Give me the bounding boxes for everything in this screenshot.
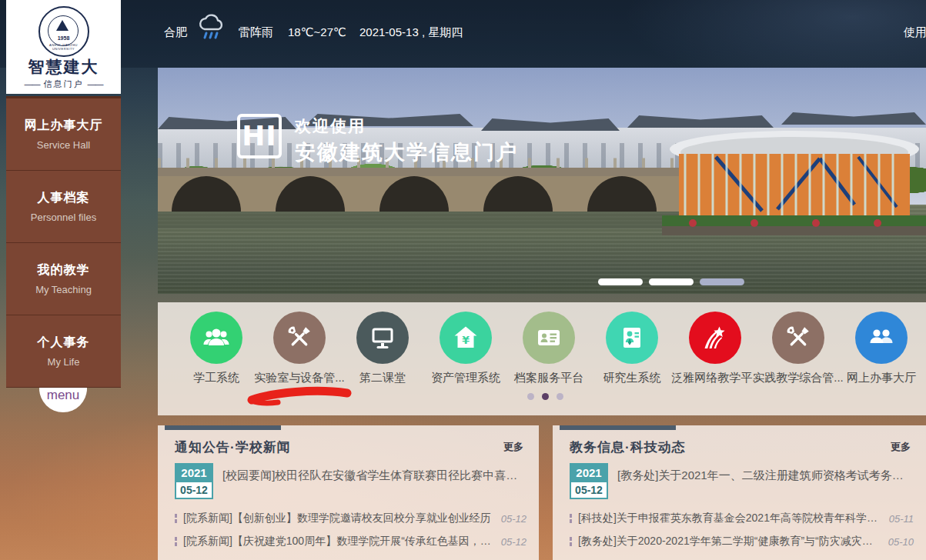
list-marker-icon — [570, 514, 572, 523]
sidebar-item-my-life[interactable]: 个人事务 My Life — [6, 315, 121, 388]
help-link[interactable]: 使用 — [904, 25, 926, 40]
date-label: 2021-05-13 , 星期四 — [359, 25, 463, 40]
news-date: 05-10 — [888, 536, 914, 548]
banner-roof — [481, 118, 620, 131]
news-text: [院系新闻]【创新创业】数理学院邀请校友回校分享就业创业经历 — [183, 512, 493, 525]
banner-welcome-line2: 安徽建筑大学信息门户 — [295, 138, 518, 166]
panel-accent-bar — [560, 425, 676, 430]
weather-label: 雷阵雨 — [239, 25, 273, 40]
sidebar-item-label: 我的教学 — [38, 262, 90, 278]
top-bar — [0, 0, 926, 68]
badge-year: 2021 — [570, 463, 608, 482]
city-label: 合肥 — [164, 25, 187, 40]
weather-rain-icon — [196, 12, 228, 45]
sidebar-item-label: 网上办事大厅 — [25, 118, 103, 134]
temperature-label: 18℃~27℃ — [288, 25, 346, 39]
panel-notices-news: 通知公告·学校新闻 更多 2021 05-12 [校园要闻]校田径队在安徽省学生… — [158, 425, 539, 560]
banner-round-building — [662, 118, 926, 242]
sidebar-item-sublabel: Personnel files — [31, 212, 96, 223]
banner-carousel[interactable]: HI 欢迎使用 安徽建筑大学信息门户 — [158, 68, 926, 294]
portal-title: 智慧建大 — [6, 58, 121, 75]
badge-year: 2021 — [175, 463, 213, 482]
news-text: [院系新闻]【庆祝建党100周年】数理学院开展“传承红色基因，喜迎百年... — [183, 535, 493, 548]
menu-button-label: menu — [39, 388, 87, 403]
banner-welcome-line1: 欢迎使用 — [295, 115, 366, 137]
sidebar-item-service-hall[interactable]: 网上办事大厅 Service Hall — [6, 96, 121, 171]
news-date: 05-11 — [889, 513, 914, 525]
carousel-indicator-1[interactable] — [598, 278, 643, 285]
news-list-item[interactable]: [院系新闻]【创新创业】数理学院邀请校友回校分享就业创业经历 05-12 — [175, 507, 527, 530]
news-date: 05-12 — [501, 536, 527, 548]
sidebar-item-personnel-files[interactable]: 人事档案 Personnel files — [6, 171, 121, 243]
page-dot-3[interactable] — [557, 393, 563, 400]
news-date: 05-12 — [501, 513, 527, 525]
news-text: [科技处]关于申报霍英东教育基金会2021年高等院校青年科学奖及教育教学.. — [578, 512, 881, 525]
app-shortcut-row: 学工系统 实验室与设备管... 第二课堂 ¥ 资产管理系统 档案服务平台 研究生… — [158, 302, 926, 415]
panel-title: 教务信息·科技动态 — [570, 438, 686, 456]
panel-title: 通知公告·学校新闻 — [175, 438, 291, 456]
sidebar: 网上办事大厅 Service Hall 人事档案 Personnel files… — [6, 96, 121, 388]
sidebar-item-label: 个人事务 — [38, 335, 90, 351]
portal-subtitle: —— 信息门户 —— — [6, 78, 121, 90]
featured-date-badge: 2021 05-12 — [570, 463, 608, 499]
more-link[interactable]: 更多 — [503, 440, 523, 454]
sidebar-item-my-teaching[interactable]: 我的教学 My Teaching — [6, 243, 121, 315]
news-list-item[interactable]: [教务处]关于2020-2021学年第二学期“健康教育”与“防灾减灾救灾教育..… — [570, 530, 914, 553]
list-marker-icon — [175, 537, 177, 546]
sidebar-item-sublabel: My Life — [48, 356, 80, 368]
carousel-indicator-3[interactable] — [700, 278, 744, 285]
badge-date: 05-12 — [175, 482, 213, 499]
panel-accent-bar — [165, 425, 281, 430]
page-dot-1[interactable] — [527, 393, 534, 400]
news-text: [教务处]关于2020-2021学年第二学期“健康教育”与“防灾减灾救灾教育..… — [578, 535, 881, 548]
featured-date-badge: 2021 05-12 — [175, 463, 213, 499]
news-list-item[interactable]: [科技处]关于申报霍英东教育基金会2021年高等院校青年科学奖及教育教学.. 0… — [570, 507, 914, 530]
list-marker-icon — [175, 514, 177, 523]
featured-headline[interactable]: [教务处]关于2021年一、二级注册建筑师资格考试考务培训工作... — [617, 468, 912, 483]
hi-logo: HI — [237, 114, 282, 158]
more-link[interactable]: 更多 — [891, 440, 911, 454]
news-list-item[interactable]: [院系新闻]【庆祝建党100周年】数理学院开展“传承红色基因，喜迎百年... 0… — [175, 530, 527, 553]
badge-date: 05-12 — [570, 482, 608, 499]
app-row-pagination — [527, 393, 563, 400]
page-dot-2-active[interactable] — [542, 393, 549, 400]
university-logo-box[interactable]: 1958 ANHUI JIANZHU UNIVERSITY 智慧建大 —— 信息… — [6, 0, 121, 94]
sidebar-item-sublabel: My Teaching — [35, 284, 92, 295]
featured-headline[interactable]: [校园要闻]校田径队在安徽省学生体育联赛田径比赛中喜获佳绩 — [222, 468, 525, 483]
panel-academic-tech: 教务信息·科技动态 更多 2021 05-12 [教务处]关于2021年一、二级… — [553, 425, 926, 560]
university-seal-icon: 1958 ANHUI JIANZHU UNIVERSITY — [38, 6, 89, 57]
sidebar-item-sublabel: Service Hall — [37, 139, 90, 151]
carousel-indicator-2[interactable] — [649, 278, 694, 285]
list-marker-icon — [570, 537, 572, 546]
sidebar-item-label: 人事档案 — [38, 190, 90, 206]
